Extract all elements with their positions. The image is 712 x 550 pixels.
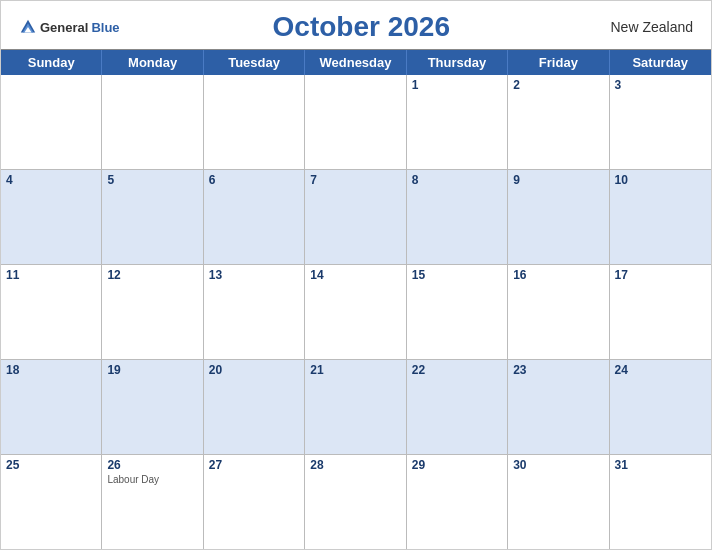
day-number: 9 xyxy=(513,173,603,187)
day-number: 27 xyxy=(209,458,299,472)
header-tuesday: Tuesday xyxy=(204,50,305,75)
day-cell: 1 xyxy=(407,75,508,169)
header-friday: Friday xyxy=(508,50,609,75)
day-number: 24 xyxy=(615,363,706,377)
day-cell xyxy=(305,75,406,169)
day-cell: 23 xyxy=(508,360,609,454)
week-row-2: 45678910 xyxy=(1,170,711,265)
day-cell: 27 xyxy=(204,455,305,549)
day-cell: 20 xyxy=(204,360,305,454)
day-number: 11 xyxy=(6,268,96,282)
day-number: 26 xyxy=(107,458,197,472)
day-cell: 22 xyxy=(407,360,508,454)
logo-blue-text: Blue xyxy=(91,20,119,35)
logo-area: General Blue xyxy=(19,18,120,36)
day-cell: 24 xyxy=(610,360,711,454)
day-cell: 30 xyxy=(508,455,609,549)
day-number: 1 xyxy=(412,78,502,92)
day-number: 7 xyxy=(310,173,400,187)
event-label: Labour Day xyxy=(107,474,197,485)
day-cell: 31 xyxy=(610,455,711,549)
day-number: 22 xyxy=(412,363,502,377)
day-cell: 26Labour Day xyxy=(102,455,203,549)
day-number: 8 xyxy=(412,173,502,187)
day-cell: 21 xyxy=(305,360,406,454)
day-cell: 16 xyxy=(508,265,609,359)
day-cell: 14 xyxy=(305,265,406,359)
week-row-4: 18192021222324 xyxy=(1,360,711,455)
day-number: 4 xyxy=(6,173,96,187)
month-title: October 2026 xyxy=(120,11,603,43)
day-cell: 25 xyxy=(1,455,102,549)
calendar-grid: Sunday Monday Tuesday Wednesday Thursday… xyxy=(1,49,711,549)
logo-icon xyxy=(19,18,37,36)
country-label: New Zealand xyxy=(603,19,693,35)
day-number: 23 xyxy=(513,363,603,377)
day-number: 18 xyxy=(6,363,96,377)
day-cell: 18 xyxy=(1,360,102,454)
header-monday: Monday xyxy=(102,50,203,75)
day-number: 12 xyxy=(107,268,197,282)
day-number: 3 xyxy=(615,78,706,92)
day-cell: 2 xyxy=(508,75,609,169)
day-cell xyxy=(102,75,203,169)
day-number: 6 xyxy=(209,173,299,187)
day-cell: 8 xyxy=(407,170,508,264)
day-cell: 13 xyxy=(204,265,305,359)
day-cell: 29 xyxy=(407,455,508,549)
header-saturday: Saturday xyxy=(610,50,711,75)
day-headers-row: Sunday Monday Tuesday Wednesday Thursday… xyxy=(1,50,711,75)
day-number: 25 xyxy=(6,458,96,472)
day-number: 13 xyxy=(209,268,299,282)
day-cell: 11 xyxy=(1,265,102,359)
day-number: 2 xyxy=(513,78,603,92)
week-row-5: 2526Labour Day2728293031 xyxy=(1,455,711,549)
day-cell: 6 xyxy=(204,170,305,264)
day-number: 29 xyxy=(412,458,502,472)
day-cell: 7 xyxy=(305,170,406,264)
day-cell: 3 xyxy=(610,75,711,169)
day-number: 17 xyxy=(615,268,706,282)
day-cell xyxy=(204,75,305,169)
logo-text: General Blue xyxy=(19,18,120,36)
header-wednesday: Wednesday xyxy=(305,50,406,75)
logo-general-text: General xyxy=(40,20,88,35)
day-number: 10 xyxy=(615,173,706,187)
day-number: 28 xyxy=(310,458,400,472)
day-number: 31 xyxy=(615,458,706,472)
day-number: 16 xyxy=(513,268,603,282)
day-cell: 15 xyxy=(407,265,508,359)
day-number: 19 xyxy=(107,363,197,377)
day-cell xyxy=(1,75,102,169)
day-cell: 4 xyxy=(1,170,102,264)
day-cell: 12 xyxy=(102,265,203,359)
day-cell: 10 xyxy=(610,170,711,264)
day-number: 15 xyxy=(412,268,502,282)
day-number: 5 xyxy=(107,173,197,187)
day-number: 30 xyxy=(513,458,603,472)
week-row-1: 123 xyxy=(1,75,711,170)
day-cell: 5 xyxy=(102,170,203,264)
day-number: 20 xyxy=(209,363,299,377)
day-number: 14 xyxy=(310,268,400,282)
weeks-container: 1234567891011121314151617181920212223242… xyxy=(1,75,711,549)
calendar-header: General Blue October 2026 New Zealand xyxy=(1,1,711,49)
header-thursday: Thursday xyxy=(407,50,508,75)
day-cell: 28 xyxy=(305,455,406,549)
header-sunday: Sunday xyxy=(1,50,102,75)
calendar-container: General Blue October 2026 New Zealand Su… xyxy=(0,0,712,550)
day-number: 21 xyxy=(310,363,400,377)
day-cell: 9 xyxy=(508,170,609,264)
day-cell: 17 xyxy=(610,265,711,359)
week-row-3: 11121314151617 xyxy=(1,265,711,360)
day-cell: 19 xyxy=(102,360,203,454)
